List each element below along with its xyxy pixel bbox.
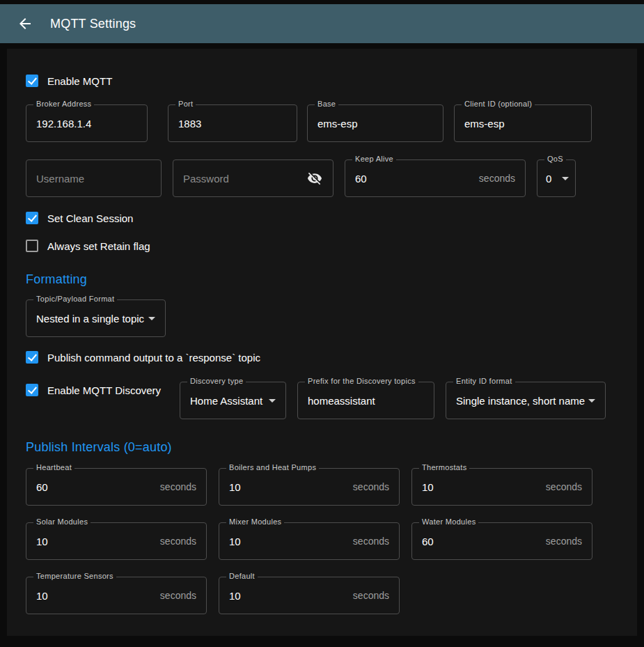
interval-label: Boilers and Heat Pumps [226,463,319,471]
broker-address-input[interactable] [36,118,137,130]
interval-suffix: seconds [155,481,196,492]
publish-intervals-heading: Publish Intervals (0=auto) [26,440,618,455]
base-label: Base [315,100,338,108]
base-field: Base [307,104,443,142]
app-bar: MQTT Settings [0,4,644,43]
enable-discovery-checkbox[interactable] [26,384,38,396]
interval-label: Mixer Modules [226,517,284,526]
dropdown-caret-icon [148,317,155,320]
page-title: MQTT Settings [50,17,136,31]
interval-input-heartbeat[interactable] [36,481,155,493]
arrow-back-icon [17,15,33,32]
enable-discovery-checkbox-row[interactable]: Enable MQTT Discovery [26,382,180,398]
interval-input-thermostats[interactable] [422,481,540,493]
interval-suffix: seconds [540,536,582,547]
broker-address-field: Broker Address [26,104,148,142]
password-field [173,159,333,197]
interval-input-water[interactable] [422,536,540,547]
interval-field-temperature-sensors: Temperature Sensors seconds [26,577,207,614]
qos-value: 0 [546,173,551,185]
interval-field-thermostats: Thermostats seconds [411,468,592,506]
qos-select[interactable]: QoS 0 [537,159,576,197]
enable-mqtt-checkbox-row[interactable]: Enable MQTT [26,72,618,89]
broker-address-label: Broker Address [33,100,94,108]
retain-flag-checkbox-row[interactable]: Always set Retain flag [26,237,618,254]
username-input[interactable] [36,173,151,185]
interval-field-default: Default seconds [219,577,400,614]
port-input[interactable] [178,118,287,130]
clean-session-checkbox-row[interactable]: Set Clean Session [26,210,618,226]
enable-mqtt-label: Enable MQTT [47,75,112,87]
credentials-row: Keep Alive seconds QoS 0 [26,159,618,197]
discovery-prefix-label: Prefix for the Discovery topics [305,377,418,385]
visibility-off-icon [307,171,322,186]
entity-id-format-value: Single instance, short name [456,395,585,407]
entity-id-format-select[interactable]: Entity ID format Single instance, short … [446,382,606,419]
port-label: Port [175,100,196,108]
qos-label: QoS [544,155,566,163]
discovery-type-select[interactable]: Discovery type Home Assistant [180,382,286,419]
topic-payload-format-label: Topic/Payload Format [33,295,117,303]
interval-field-water: Water Modules seconds [411,522,592,560]
interval-input-temperature-sensors[interactable] [36,590,155,602]
enable-mqtt-checkbox[interactable] [26,75,38,87]
publish-response-checkbox[interactable] [26,351,38,364]
discovery-row: Enable MQTT Discovery Discovery type Hom… [26,382,618,419]
interval-input-solar[interactable] [36,536,155,547]
interval-input-default[interactable] [229,590,347,602]
discovery-prefix-input[interactable] [308,395,424,407]
interval-input-boilers[interactable] [229,481,347,493]
discovery-prefix-field: Prefix for the Discovery topics [297,382,434,419]
keep-alive-input[interactable] [355,173,473,185]
interval-suffix: seconds [347,536,389,547]
interval-field-mixer: Mixer Modules seconds [219,522,400,560]
interval-field-solar: Solar Modules seconds [26,522,207,560]
topic-format-row: Topic/Payload Format Nested in a single … [26,299,618,337]
retain-flag-checkbox[interactable] [26,240,38,252]
broker-row: Broker Address Port Base Client ID (opti… [26,104,618,142]
interval-suffix: seconds [155,590,196,601]
entity-id-format-label: Entity ID format [453,377,515,385]
interval-label: Heartbeat [33,463,74,471]
back-button[interactable] [10,8,40,39]
password-input[interactable] [183,173,306,185]
topic-payload-format-select[interactable]: Topic/Payload Format Nested in a single … [26,299,166,337]
keep-alive-suffix: seconds [473,173,515,184]
username-field [26,159,162,197]
toggle-password-visibility-button[interactable] [306,170,323,187]
clean-session-checkbox[interactable] [26,212,38,224]
publish-intervals-grid: Heartbeat seconds Boilers and Heat Pumps… [26,468,618,614]
formatting-heading: Formatting [26,272,618,287]
client-id-label: Client ID (optional) [462,100,535,108]
port-field: Port [168,104,297,142]
interval-label: Water Modules [419,517,478,526]
retain-flag-label: Always set Retain flag [47,240,150,252]
settings-panel: Enable MQTT Broker Address Port Base Cli… [7,49,637,636]
keep-alive-label: Keep Alive [352,155,396,163]
interval-suffix: seconds [347,481,389,492]
client-id-input[interactable] [464,118,581,130]
client-id-field: Client ID (optional) [454,104,592,142]
keep-alive-field: Keep Alive seconds [345,159,526,197]
interval-label: Default [226,572,258,580]
dropdown-caret-icon [269,399,276,403]
interval-field-heartbeat: Heartbeat seconds [26,468,207,506]
interval-label: Thermostats [419,463,469,471]
dropdown-caret-icon [562,177,569,180]
interval-label: Temperature Sensors [33,572,116,580]
interval-field-boilers: Boilers and Heat Pumps seconds [219,468,400,506]
interval-input-mixer[interactable] [229,536,347,547]
publish-response-label: Publish command output to a `response` t… [47,352,260,364]
interval-label: Solar Modules [33,517,91,526]
base-input[interactable] [317,118,433,130]
discovery-type-value: Home Assistant [190,395,262,407]
topic-payload-format-value: Nested in a single topic [36,313,144,325]
enable-discovery-label: Enable MQTT Discovery [47,384,161,396]
publish-response-checkbox-row[interactable]: Publish command output to a `response` t… [26,349,618,366]
interval-suffix: seconds [155,536,196,547]
interval-suffix: seconds [347,590,389,601]
clean-session-label: Set Clean Session [47,212,133,224]
discovery-type-label: Discovery type [187,377,246,385]
dropdown-caret-icon [588,399,595,403]
interval-suffix: seconds [540,481,582,492]
